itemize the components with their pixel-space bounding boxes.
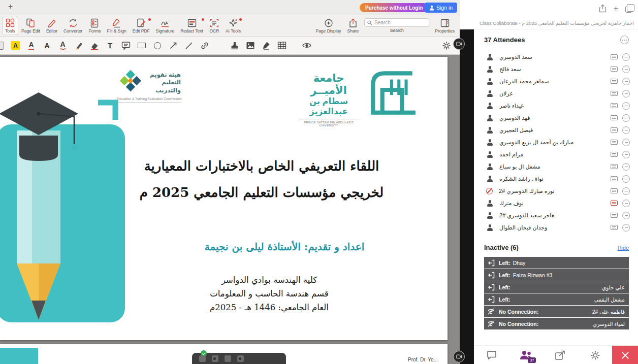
attendees-menu-button[interactable] — [620, 36, 629, 44]
dock-camera-icon[interactable] — [212, 355, 218, 362]
university-name-english: PRINCE SATTAM BIN ABDULAZIZ UNIVERSITY — [299, 121, 359, 127]
attendee-options-button[interactable] — [622, 78, 630, 85]
tab-overview-icon[interactable] — [625, 6, 632, 13]
dock[interactable] — [192, 353, 286, 364]
new-window-button[interactable]: + — [614, 5, 618, 13]
inactive-row[interactable]: No Connection: لمياء الدوسري — [484, 318, 629, 329]
note-tool-button[interactable] — [119, 39, 132, 52]
attendee-options-button[interactable] — [622, 187, 630, 195]
toolbar-editor[interactable]: Editor — [43, 17, 60, 35]
highlight-tool-button[interactable]: A — [9, 39, 22, 52]
dock-app-icon[interactable] — [199, 355, 206, 362]
main-toolbar: Tools Page Edit Editor Converter Forms F… — [0, 15, 460, 37]
image-tool-button[interactable] — [244, 39, 257, 52]
close-panel-button[interactable] — [612, 346, 638, 364]
link-tool-button[interactable] — [198, 39, 211, 52]
attendee-options-button[interactable] — [622, 53, 630, 61]
squiggly-tool-button[interactable]: A — [56, 39, 69, 52]
chat-button[interactable] — [486, 350, 497, 360]
attendee-row[interactable]: غيداء ناصر — [474, 100, 638, 112]
strikethrough-tool-button[interactable]: A — [41, 39, 53, 52]
partial-tool-button[interactable] — [0, 39, 6, 52]
toolbar-forms[interactable]: Forms — [85, 17, 104, 35]
properties-icon — [440, 18, 450, 28]
attendee-row[interactable]: نوره مبارك الدوسري #2 — [474, 185, 638, 197]
attendee-options-button[interactable] — [622, 126, 630, 134]
attendee-options-button[interactable] — [622, 163, 630, 171]
attendee-row[interactable]: مبارك بن أحمد ال بزيع الدوسري — [474, 136, 638, 148]
person-icon — [486, 151, 493, 158]
attendee-options-button[interactable] — [622, 114, 630, 122]
attendee-row[interactable]: مشعل ال بو سباع — [474, 160, 638, 173]
toolbar-page-display[interactable]: Page Display — [312, 17, 344, 35]
toolbar-fill-sign[interactable]: Fill & Sign — [104, 17, 130, 35]
share-window-icon[interactable] — [599, 4, 607, 13]
attendee-options-button[interactable] — [622, 212, 630, 219]
annotation-settings-button[interactable] — [440, 39, 453, 52]
toolbar-redact-text[interactable]: Redact Text — [177, 17, 206, 35]
attendee-options-button[interactable] — [622, 151, 630, 158]
dock-app-icon[interactable] — [225, 355, 231, 362]
inactive-row[interactable]: Left: Faiza Rizwan #3 — [484, 269, 629, 281]
attendee-options-button[interactable] — [622, 139, 630, 146]
attendee-options-button[interactable] — [622, 200, 630, 207]
settings-button[interactable] — [590, 350, 601, 361]
attendee-options-button[interactable] — [622, 175, 630, 183]
inactive-row[interactable]: No Connection: فاطمه علي #2 — [484, 306, 629, 317]
signature-tool-button[interactable] — [260, 39, 272, 52]
attendee-row[interactable]: فهد الدوسري — [474, 112, 638, 124]
purchase-button[interactable]: Purchase without Login — [360, 3, 428, 12]
toolbar-converter[interactable]: Converter — [60, 17, 85, 35]
inactive-status: No Connection: — [499, 321, 538, 327]
attendee-options-button[interactable] — [622, 65, 630, 73]
arrow-tool-button[interactable] — [167, 39, 179, 52]
collab-footer: 37 — [474, 345, 638, 364]
notification-dot — [202, 18, 204, 21]
pencil-tool-button[interactable] — [72, 39, 85, 52]
ellipse-tool-button[interactable] — [151, 39, 164, 52]
toolbar-edit-pdf[interactable]: Edit PDF — [130, 17, 153, 35]
toolbar-share[interactable]: Share — [344, 17, 362, 35]
attendee-row[interactable]: فيصل العجيري — [474, 124, 638, 136]
share-content-button[interactable] — [554, 350, 566, 361]
attendee-row[interactable]: سماهر محمد الدرعان — [474, 75, 638, 87]
inactive-status: Left: — [499, 284, 511, 290]
dock-app-icon[interactable] — [237, 355, 244, 362]
line-tool-button[interactable] — [182, 39, 195, 52]
rectangle-tool-button[interactable] — [135, 39, 148, 52]
stamp-tool-button[interactable] — [228, 39, 241, 52]
search-box[interactable] — [364, 18, 429, 27]
underline-tool-button[interactable]: A — [25, 39, 38, 52]
inactive-row[interactable]: Left: Dhay — [484, 257, 629, 269]
toolbar-properties[interactable]: Properties — [432, 17, 458, 35]
attendee-row[interactable]: نواف راشد الشكره — [474, 173, 638, 185]
search-input[interactable] — [374, 20, 426, 25]
toolbar-signature[interactable]: Signature — [153, 17, 177, 35]
attendee-row[interactable]: غزلان — [474, 87, 638, 100]
attendee-row[interactable]: مرام احمد — [474, 148, 638, 160]
hide-link[interactable]: Hide — [617, 245, 629, 251]
collaborate-corner-button[interactable] — [453, 351, 465, 362]
inactive-row[interactable]: Left: مشعل البقمي — [484, 293, 629, 305]
toolbar-page-edit[interactable]: Page Edit — [18, 17, 43, 35]
sign-in-button[interactable]: Sign in — [425, 3, 457, 13]
text-tool-button[interactable]: T — [104, 39, 116, 52]
inactive-row[interactable]: Left: علي جلوي — [484, 281, 629, 293]
document-area[interactable]: هيئة تقويم التعليم والتدريب Education & … — [0, 55, 460, 364]
toolbar-ai-tools[interactable]: AI Tools — [222, 17, 244, 35]
preview-tool-button[interactable] — [300, 39, 313, 52]
attendee-options-button[interactable] — [622, 102, 630, 110]
attendee-options-button[interactable] — [622, 90, 630, 97]
new-tab-button[interactable]: + — [8, 3, 13, 11]
toolbar-tools[interactable]: Tools — [2, 17, 18, 35]
attendee-row[interactable]: هاجر سعيد الدوسري #2 — [474, 209, 638, 221]
eraser-tool-button[interactable] — [88, 39, 101, 52]
attendee-row[interactable]: وجدان فيحان الطوال — [474, 221, 638, 234]
attendee-options-button[interactable] — [622, 224, 630, 231]
table-tool-button[interactable] — [275, 39, 288, 52]
attendee-row[interactable]: سعد فالح — [474, 63, 638, 75]
toolbar-ocr[interactable]: OCR — [206, 17, 222, 35]
attendee-row[interactable]: نوف مترك — [474, 197, 638, 209]
attendee-row[interactable]: سعد الدوسري — [474, 51, 638, 63]
video-strip-toggle-button[interactable] — [453, 38, 465, 50]
